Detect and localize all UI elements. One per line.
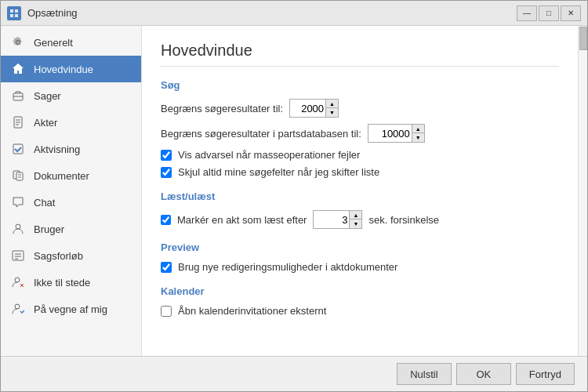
- window-icon: [7, 6, 21, 20]
- read-delay-input[interactable]: [314, 211, 349, 228]
- svg-rect-3: [15, 14, 18, 17]
- sidebar-item-sager[interactable]: Sager: [1, 82, 141, 109]
- svg-rect-0: [10, 9, 13, 13]
- parts-search-limit-label: Begræns søgeresultater i partsdatabasen …: [161, 128, 361, 140]
- sidebar-label-generelt: Generelt: [34, 37, 73, 49]
- skjul-altid-row: Skjul altid mine søgefelter når jeg skif…: [161, 166, 559, 178]
- sidebar-label-aktvisning: Aktvisning: [34, 143, 80, 155]
- read-delay-up[interactable]: ▲: [349, 211, 361, 220]
- aaben-kalender-row: Åbn kalenderinvitationer eksternt: [161, 305, 559, 317]
- laest-ulaest-title: Læst/ulæst: [161, 191, 559, 202]
- sidebar-label-hovedvindue: Hovedvindue: [34, 64, 93, 75]
- skjul-altid-label[interactable]: Skjul altid mine søgefelter når jeg skif…: [178, 166, 379, 178]
- laest-ulaest-section: Læst/ulæst Markér en akt som læst efter …: [161, 191, 559, 229]
- brug-nye-label[interactable]: Brug nye redigeringsmuligheder i aktdoku…: [178, 261, 397, 273]
- search-limit-up[interactable]: ▲: [325, 100, 338, 108]
- parts-search-limit-input[interactable]: [368, 125, 412, 142]
- preview-section: Preview Brug nye redigeringsmuligheder i…: [161, 241, 559, 273]
- search-limit-spinner[interactable]: ▲ ▼: [289, 99, 339, 118]
- briefcase-icon: [10, 88, 26, 103]
- titlebar: Opsætning — □ ✕: [1, 1, 587, 26]
- svg-point-23: [15, 304, 20, 309]
- brug-nye-checkbox[interactable]: [161, 262, 172, 273]
- read-delay-down[interactable]: ▼: [349, 220, 361, 228]
- kalender-section: Kalender Åbn kalenderinvitationer ekster…: [161, 285, 559, 317]
- user-x-icon: [10, 274, 26, 290]
- sidebar-item-bruger[interactable]: Bruger: [1, 216, 141, 242]
- sidebar-label-chat: Chat: [34, 197, 55, 209]
- search-limit-spinner-btns: ▲ ▼: [325, 100, 338, 117]
- fortryd-button[interactable]: Fortryd: [516, 363, 575, 385]
- document2-icon: [10, 168, 26, 183]
- page-title: Hovedvindue: [161, 42, 559, 67]
- sidebar-label-sager: Sager: [34, 90, 61, 102]
- read-delay-spinner[interactable]: ▲ ▼: [313, 210, 362, 229]
- sidebar-label-bruger: Bruger: [34, 223, 64, 235]
- minimize-button[interactable]: —: [517, 5, 537, 21]
- sidebar: Generelt Hovedvindue: [1, 26, 142, 356]
- read-delay-spinner-btns: ▲ ▼: [349, 211, 361, 228]
- sidebar-label-akter: Akter: [34, 117, 57, 129]
- sidebar-label-ikke-til-stede: Ikke til stede: [34, 277, 90, 289]
- read-delay-label-after: sek. forsinkelse: [368, 214, 439, 226]
- sidebar-item-chat[interactable]: Chat: [1, 189, 141, 216]
- brug-nye-row: Brug nye redigeringsmuligheder i aktdoku…: [161, 261, 559, 273]
- sidebar-item-akter[interactable]: Akter: [1, 109, 141, 136]
- vis-advarsel-row: Vis advarsel når masseoperationer fejler: [161, 149, 559, 161]
- search-limit-row: Begræns søgeresultater til: ▲ ▼: [161, 99, 559, 118]
- user-check-icon: [10, 301, 26, 317]
- read-delay-label-before: Markér en akt som læst efter: [177, 214, 307, 226]
- svg-rect-10: [13, 144, 23, 154]
- skjul-altid-checkbox[interactable]: [161, 167, 172, 178]
- sidebar-label-dokumenter: Dokumenter: [34, 170, 89, 182]
- window-controls: — □ ✕: [517, 5, 581, 21]
- maximize-button[interactable]: □: [539, 5, 559, 21]
- user-icon: [10, 221, 26, 237]
- parts-search-limit-spinner-btns: ▲ ▼: [412, 125, 424, 142]
- svg-rect-12: [16, 172, 23, 180]
- svg-point-20: [15, 278, 20, 282]
- ok-button[interactable]: OK: [456, 363, 511, 385]
- vis-advarsel-label[interactable]: Vis advarsel når masseoperationer fejler: [178, 149, 360, 161]
- nulstil-button[interactable]: Nulstil: [397, 363, 452, 385]
- aaben-kalender-checkbox[interactable]: [161, 306, 172, 317]
- document-icon: [10, 114, 26, 130]
- soeg-section: Søg Begræns søgeresultater til: ▲ ▼ Begr…: [161, 79, 559, 178]
- sidebar-item-hovedvindue[interactable]: Hovedvindue: [1, 56, 141, 82]
- read-delay-row: Markér en akt som læst efter ▲ ▼ sek. fo…: [161, 210, 559, 229]
- content-area: Generelt Hovedvindue: [1, 26, 587, 356]
- search-limit-label: Begræns søgeresultater til:: [161, 103, 283, 114]
- kalender-title: Kalender: [161, 285, 559, 297]
- main-content: Hovedvindue Søg Begræns søgeresultater t…: [142, 26, 578, 356]
- soeg-title: Søg: [161, 79, 559, 91]
- sidebar-item-sagsforloeb[interactable]: Sagsforløb: [1, 242, 141, 269]
- parts-search-limit-up[interactable]: ▲: [412, 125, 424, 133]
- search-limit-input[interactable]: [290, 100, 325, 117]
- scrollbar[interactable]: [578, 26, 587, 356]
- settings-window: Opsætning — □ ✕ Generelt: [0, 0, 588, 392]
- vis-advarsel-checkbox[interactable]: [161, 150, 172, 161]
- svg-rect-1: [15, 9, 18, 13]
- aaben-kalender-label[interactable]: Åbn kalenderinvitationer eksternt: [178, 305, 326, 317]
- read-delay-checkbox[interactable]: [161, 215, 171, 225]
- chat-icon: [10, 194, 26, 210]
- sidebar-item-aktvisning[interactable]: Aktvisning: [1, 136, 141, 162]
- svg-point-15: [16, 224, 20, 229]
- scroll-thumb[interactable]: [579, 27, 587, 50]
- home-icon: [10, 61, 26, 77]
- sidebar-item-ikke-til-stede[interactable]: Ikke til stede: [1, 269, 141, 296]
- gear-icon: [10, 34, 26, 50]
- sidebar-label-paa-vegne: På vegne af mig: [34, 303, 107, 315]
- sidebar-item-paa-vegne[interactable]: På vegne af mig: [1, 296, 141, 322]
- search-limit-down[interactable]: ▼: [325, 108, 338, 117]
- parts-search-limit-spinner[interactable]: ▲ ▼: [368, 124, 425, 143]
- parts-search-limit-down[interactable]: ▼: [412, 133, 424, 142]
- close-button[interactable]: ✕: [561, 5, 581, 21]
- bottom-bar: Nulstil OK Fortryd: [1, 356, 587, 391]
- sidebar-item-generelt[interactable]: Generelt: [1, 29, 141, 56]
- preview-title: Preview: [161, 241, 559, 253]
- parts-search-limit-row: Begræns søgeresultater i partsdatabasen …: [161, 124, 559, 143]
- list-icon: [10, 248, 26, 263]
- sidebar-item-dokumenter[interactable]: Dokumenter: [1, 162, 141, 189]
- svg-rect-2: [10, 14, 13, 17]
